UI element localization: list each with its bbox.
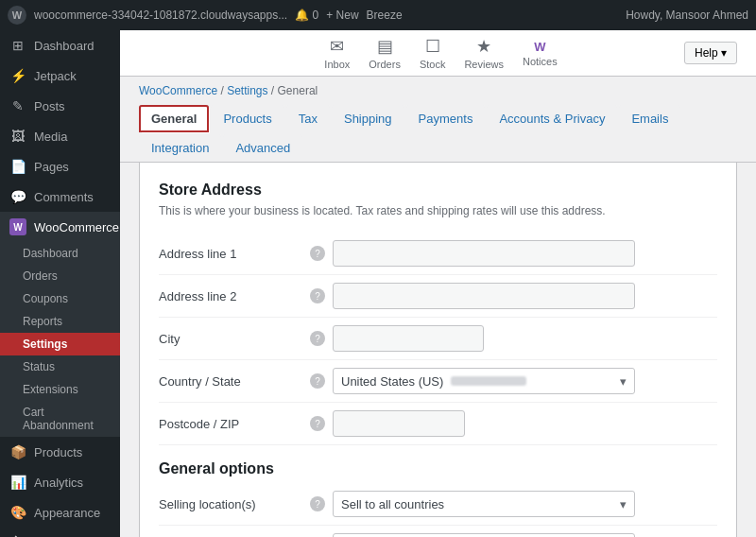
field-label: Selling location(s) xyxy=(159,483,310,526)
tab-shipping[interactable]: Shipping xyxy=(332,105,404,132)
table-row: Address line 2 ? xyxy=(159,275,717,318)
sidebar-label: Analytics xyxy=(34,476,83,490)
orders-label: Orders xyxy=(369,59,401,70)
submenu-item-reports[interactable]: Reports xyxy=(0,310,120,333)
shipping-locations-select[interactable]: Ship to all countries you sell to ▾ xyxy=(333,533,635,537)
woo-notices-btn[interactable]: W Notices xyxy=(523,40,558,67)
sidebar-label: Media xyxy=(34,130,67,144)
address-line2-input[interactable] xyxy=(333,283,635,309)
field-label: Address line 1 xyxy=(159,233,310,275)
city-input[interactable] xyxy=(333,325,484,352)
country-select[interactable]: United States (US) ▾ xyxy=(333,368,635,394)
woocommerce-icon: W xyxy=(9,218,26,235)
jetpack-icon: ⚡ xyxy=(9,67,26,84)
breadcrumb-woocommerce[interactable]: WooCommerce xyxy=(139,84,217,97)
field-label: Address line 2 xyxy=(159,275,310,318)
tab-general[interactable]: General xyxy=(139,105,209,132)
sidebar-item-analytics[interactable]: 📊 Analytics xyxy=(0,467,120,497)
sidebar-label: Comments xyxy=(34,190,94,204)
postcode-input[interactable] xyxy=(333,410,465,437)
submenu-item-extensions[interactable]: Extensions xyxy=(0,378,120,401)
breadcrumb: WooCommerce / Settings / General xyxy=(120,77,756,101)
woo-stock-btn[interactable]: ☐ Stock xyxy=(420,36,446,70)
woo-reviews-btn[interactable]: ★ Reviews xyxy=(464,36,504,70)
sidebar-item-comments[interactable]: 💬 Comments xyxy=(0,182,120,212)
submenu-item-dashboard[interactable]: Dashboard xyxy=(0,242,120,265)
table-row: Selling location(s) ? Sell to all countr… xyxy=(159,483,717,526)
top-admin-bar: W woocommerce-334042-1081872.cloudwaysap… xyxy=(0,0,756,30)
sidebar-item-plugins[interactable]: 🔌 Plugins xyxy=(0,528,120,537)
tab-emails[interactable]: Emails xyxy=(619,105,680,132)
wp-logo: W xyxy=(8,6,26,25)
notifications-count[interactable]: 🔔 0 xyxy=(295,9,318,22)
breadcrumb-settings[interactable]: Settings xyxy=(227,84,267,97)
dashboard-icon: ⊞ xyxy=(9,37,26,54)
table-row: Country / State ? United States (US) ▾ xyxy=(159,360,717,403)
tab-advanced[interactable]: Advanced xyxy=(223,134,302,162)
help-icon-selling[interactable]: ? xyxy=(310,496,325,511)
table-row: Postcode / ZIP ? xyxy=(159,403,717,445)
help-icon-address2[interactable]: ? xyxy=(310,288,325,303)
inbox-label: Inbox xyxy=(324,59,350,70)
sidebar-label: Appearance xyxy=(34,506,100,520)
help-button[interactable]: Help ▾ xyxy=(684,42,737,64)
analytics-icon: 📊 xyxy=(9,474,26,491)
main-content: placeholder ✉ Inbox ▤ Orders ☐ Stock ★ R… xyxy=(120,30,756,537)
sidebar-item-products[interactable]: 📦 Products xyxy=(0,437,120,467)
pages-icon: 📄 xyxy=(9,158,26,175)
help-icon-city[interactable]: ? xyxy=(310,331,325,346)
tab-tax[interactable]: Tax xyxy=(286,105,330,132)
submenu-item-status[interactable]: Status xyxy=(0,355,120,378)
store-address-table: Address line 1 ? Address line 2 ? City ?… xyxy=(159,233,717,445)
help-icon-address1[interactable]: ? xyxy=(310,246,325,261)
posts-icon: ✎ xyxy=(9,97,26,114)
sidebar-item-woocommerce[interactable]: W WooCommerce ◀ xyxy=(0,212,120,242)
breadcrumb-current: General xyxy=(278,84,318,97)
help-icon-postcode[interactable]: ? xyxy=(310,416,325,431)
stock-icon: ☐ xyxy=(425,36,440,57)
field-label: Postcode / ZIP xyxy=(159,403,310,445)
sidebar-item-media[interactable]: 🖼 Media xyxy=(0,121,120,151)
products-icon: 📦 xyxy=(9,443,26,460)
woo-orders-btn[interactable]: ▤ Orders xyxy=(369,36,401,70)
submenu-item-orders[interactable]: Orders xyxy=(0,265,120,287)
tab-accounts-privacy[interactable]: Accounts & Privacy xyxy=(487,105,617,132)
sidebar-item-posts[interactable]: ✎ Posts xyxy=(0,91,120,121)
sidebar-label: Posts xyxy=(34,99,65,113)
table-row: Address line 1 ? xyxy=(159,233,717,275)
woo-admin-icons: ✉ Inbox ▤ Orders ☐ Stock ★ Reviews W N xyxy=(324,36,557,70)
field-label: City xyxy=(159,318,310,360)
sidebar-item-dashboard[interactable]: ⊞ Dashboard xyxy=(0,30,120,61)
inbox-icon: ✉ xyxy=(330,36,344,57)
sidebar-label: Pages xyxy=(34,160,69,174)
sidebar-label: Jetpack xyxy=(34,69,77,83)
table-row: Shipping location(s) ? Ship to all count… xyxy=(159,526,717,538)
tab-products[interactable]: Products xyxy=(211,105,284,132)
sidebar-label: Dashboard xyxy=(34,39,94,53)
help-icon-country[interactable]: ? xyxy=(310,373,325,389)
field-label: Country / State xyxy=(159,360,310,403)
submenu-item-settings[interactable]: Settings xyxy=(0,333,120,355)
tab-payments[interactable]: Payments xyxy=(406,105,486,132)
howdy-text: Howdy, Mansoor Ahmed xyxy=(626,9,748,22)
tab-integration[interactable]: Integration xyxy=(139,134,221,162)
address-line1-input[interactable] xyxy=(333,240,635,267)
selling-chevron-icon: ▾ xyxy=(620,497,627,511)
orders-icon: ▤ xyxy=(377,36,393,57)
sidebar-item-jetpack[interactable]: ⚡ Jetpack xyxy=(0,61,120,91)
submenu-item-coupons[interactable]: Coupons xyxy=(0,287,120,310)
sidebar-item-pages[interactable]: 📄 Pages xyxy=(0,151,120,182)
sidebar-item-appearance[interactable]: 🎨 Appearance xyxy=(0,497,120,528)
breeze-btn[interactable]: Breeze xyxy=(367,9,403,22)
woocommerce-submenu: Dashboard Orders Coupons Reports Setting… xyxy=(0,242,120,437)
woo-admin-bar: placeholder ✉ Inbox ▤ Orders ☐ Stock ★ R… xyxy=(120,30,756,77)
woo-inbox-btn[interactable]: ✉ Inbox xyxy=(324,36,350,70)
submenu-item-cart-abandonment[interactable]: Cart Abandonment xyxy=(0,401,120,437)
state-blurred xyxy=(451,374,526,389)
new-item-btn[interactable]: + New xyxy=(326,9,358,22)
selling-locations-select[interactable]: Sell to all countries ▾ xyxy=(333,491,635,517)
country-value: United States (US) xyxy=(341,374,443,389)
store-address-desc: This is where your business is located. … xyxy=(159,204,717,217)
general-options-table: Selling location(s) ? Sell to all countr… xyxy=(159,483,717,537)
general-options-title: General options xyxy=(159,460,717,477)
